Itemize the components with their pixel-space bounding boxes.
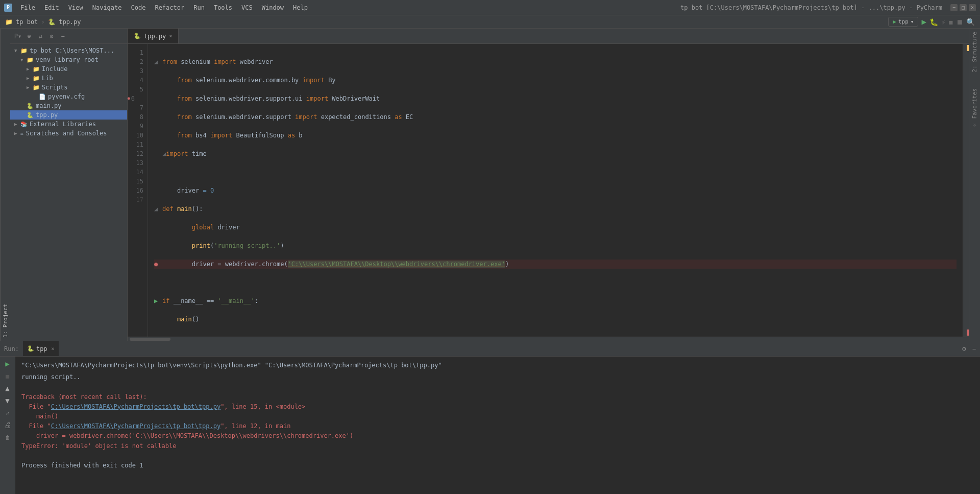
tree-item-scratches[interactable]: ▶ ✏ Scratches and Consoles — [10, 129, 127, 138]
stop-button[interactable]: ⏹ — [956, 18, 963, 26]
folder-icon: 📁 — [33, 66, 40, 73]
run-panel-hide[interactable]: − — [972, 345, 976, 352]
sidebar-collapse-icon[interactable]: ⇄ — [36, 32, 45, 41]
editor-area: 🐍 tpp.py × 1 2 3 4 5 ●6 7 8 — [128, 29, 969, 341]
favorites-tab[interactable]: ☆ Favorites — [970, 85, 979, 132]
wrap-button[interactable]: ⇌ — [3, 408, 13, 418]
print-button[interactable]: 🖨 — [3, 420, 13, 430]
tree-label: tpp.py — [36, 111, 58, 119]
code-line-8: driver = 0 — [154, 186, 957, 195]
error-link-1[interactable]: C:\Users\MOSTAFA\PycharmProjects\tp bot\… — [51, 403, 220, 410]
menu-file[interactable]: File — [16, 3, 39, 12]
sidebar-toolbar: P▾ ⊕ ⇄ ⚙ − — [10, 29, 127, 44]
minimize-button[interactable]: − — [950, 4, 958, 11]
folder-icon: 📁 — [20, 48, 28, 54]
run-button[interactable]: ▶ — [921, 17, 926, 27]
output-blank1 — [21, 382, 974, 392]
run-config-dropdown-icon[interactable]: ▾ — [911, 18, 914, 25]
python-file-icon: 🐍 — [27, 112, 34, 119]
run-tab-icon: 🐍 — [27, 345, 34, 352]
search-icon[interactable]: 🔍 — [966, 18, 975, 26]
tree-label: venv library root — [36, 56, 99, 63]
code-line-14: ▶if __name__ == '__main__': — [154, 296, 957, 305]
sidebar-settings-icon[interactable]: ⚙ — [47, 32, 56, 41]
window-controls: − □ × — [950, 4, 976, 11]
error-indicator — [967, 330, 969, 336]
menu-window[interactable]: Window — [258, 3, 288, 12]
file-icon: 🐍 — [48, 18, 56, 26]
run-config-selector[interactable]: ▶ tpp ▾ — [888, 17, 918, 27]
menu-help[interactable]: Help — [289, 3, 312, 12]
tree-item-tpbot[interactable]: ▼ 📁 tp bot C:\Users\MOST... — [10, 46, 127, 55]
tree-item-mainpy[interactable]: 🐍 main.py — [10, 101, 127, 110]
tree-label: tp bot C:\Users\MOST... — [30, 47, 114, 54]
editor-scrollbar[interactable] — [128, 337, 969, 341]
menu-navigate[interactable]: Navigate — [88, 3, 126, 12]
code-line-6: ◢import time — [154, 149, 957, 158]
folder-icon: 📁 — [33, 75, 40, 82]
tree-label: External Libraries — [30, 121, 96, 128]
menu-refactor[interactable]: Refactor — [151, 3, 188, 12]
run-play-button[interactable]: ▶ — [3, 359, 13, 369]
menu-edit[interactable]: Edit — [40, 3, 63, 12]
run-tab-label: tpp — [36, 345, 47, 352]
maximize-button[interactable]: □ — [960, 4, 967, 11]
tree-item-include[interactable]: ▶ 📁 Include — [10, 64, 127, 74]
sidebar-hide-icon[interactable]: − — [58, 32, 67, 41]
tree-label: Include — [42, 65, 68, 73]
code-content[interactable]: ◢from selenium import webdriver from sel… — [148, 44, 963, 337]
warning-indicator — [967, 45, 969, 51]
code-line-13 — [154, 278, 957, 287]
editor-tab-tpppy[interactable]: 🐍 tpp.py × — [128, 29, 179, 43]
tree-arrow: ▶ — [14, 131, 20, 136]
run-config-icon: ▶ — [893, 18, 896, 25]
project-tab[interactable]: 1: Project — [0, 29, 10, 341]
tree-label: Scripts — [42, 84, 68, 91]
bottom-panel: Run: 🐍 tpp × ⚙ − ▶ ◼ ▲ ▼ ⇌ 🖨 🗑 "C:\Users… — [0, 341, 980, 494]
scratch-icon: ✏ — [20, 130, 24, 137]
tree-item-lib[interactable]: ▶ 📁 Lib — [10, 74, 127, 83]
run-tab[interactable]: 🐍 tpp × — [23, 341, 59, 356]
menu-view[interactable]: View — [64, 3, 87, 12]
tree-arrow: ▼ — [14, 48, 20, 53]
run-output: "C:\Users\MOSTAFA\PycharmProjects\tp bot… — [15, 357, 980, 494]
run-settings-icon[interactable]: ⚙ — [962, 345, 966, 352]
structure-tab[interactable]: 2: Structure — [970, 29, 979, 75]
sidebar-view-options[interactable]: P▾ — [13, 32, 22, 41]
tree-item-ext-libs[interactable]: ▶ 📚 External Libraries — [10, 120, 127, 129]
tab-close-button[interactable]: × — [169, 33, 172, 39]
code-line-7 — [154, 168, 957, 177]
menu-run[interactable]: Run — [189, 3, 209, 12]
menu-code[interactable]: Code — [127, 3, 150, 12]
editor-tabs: 🐍 tpp.py × — [128, 29, 969, 44]
folder-icon: 📁 — [33, 84, 40, 91]
run-stop-button[interactable]: ◼ — [3, 371, 13, 381]
scroll-up-button[interactable]: ▲ — [3, 383, 13, 393]
close-button[interactable]: × — [969, 4, 976, 11]
run-tab-close[interactable]: × — [52, 346, 55, 351]
tree-item-venv[interactable]: ▼ 📁 venv library root — [10, 55, 127, 64]
scroll-down-button[interactable]: ▼ — [3, 395, 13, 406]
sidebar-locate-icon[interactable]: ⊕ — [24, 32, 34, 41]
debug-button[interactable]: 🐛 — [929, 18, 938, 26]
output-main-call: main() — [21, 412, 974, 421]
code-line-11: print('running script..') — [154, 241, 957, 250]
main-content: 1: Project P▾ ⊕ ⇄ ⚙ − ▼ 📁 tp bot C:\User… — [0, 29, 980, 341]
right-sidebar-tabs: 2: Structure ☆ Favorites — [969, 29, 980, 341]
run-header: Run: 🐍 tpp × ⚙ − — [0, 341, 980, 357]
profile-button[interactable]: ◼ — [949, 18, 953, 26]
tree-arrow: ▼ — [20, 57, 27, 62]
file-breadcrumb[interactable]: tpp.py — [59, 18, 81, 26]
coverage-button[interactable]: ⚡ — [941, 18, 945, 26]
run-panel: ▶ ◼ ▲ ▼ ⇌ 🖨 🗑 "C:\Users\MOSTAFA\PycharmP… — [0, 357, 980, 494]
menu-tools[interactable]: Tools — [210, 3, 236, 12]
code-line-5: from bs4 import BeautifulSoup as b — [154, 131, 957, 140]
tree-item-pyvenv[interactable]: 📄 pyvenv.cfg — [10, 92, 127, 101]
code-line-1: ◢from selenium import webdriver — [154, 57, 957, 66]
tree-item-scripts[interactable]: ▶ 📁 Scripts — [10, 83, 127, 92]
error-link-2[interactable]: C:\Users\MOSTAFA\PycharmProjects\tp bot\… — [51, 422, 220, 430]
menu-vcs[interactable]: VCS — [237, 3, 257, 12]
clear-button[interactable]: 🗑 — [3, 432, 13, 442]
project-breadcrumb[interactable]: tp bot — [16, 18, 38, 26]
tree-item-tpppy[interactable]: 🐍 tpp.py — [10, 110, 127, 120]
